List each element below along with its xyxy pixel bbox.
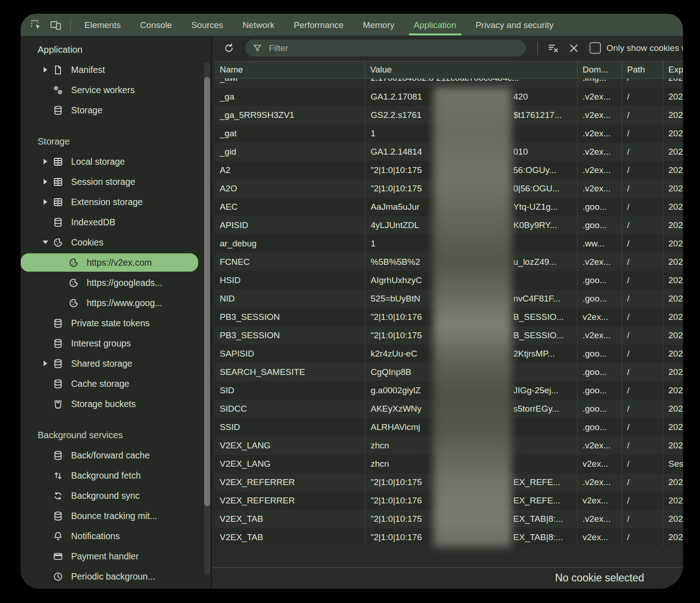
sidebar-item-payment-handler[interactable]: Payment handler	[21, 546, 211, 566]
clear-filter-icon[interactable]	[547, 42, 559, 54]
sidebar-item-cookies-google[interactable]: https://www.goog...	[21, 293, 211, 313]
cookie-domain-cell: .img...	[577, 78, 622, 87]
collapse-caret[interactable]	[38, 240, 53, 244]
cookie-expires-cell: 202	[663, 436, 683, 455]
cookie-expires-cell: 202	[663, 308, 683, 326]
tab-memory[interactable]: Memory	[353, 14, 404, 36]
cookie-path-cell: /	[622, 234, 663, 253]
sidebar-item-private-state-tokens[interactable]: Private state tokens	[21, 313, 211, 333]
tab-privacy-and-security[interactable]: Privacy and security	[466, 14, 563, 36]
cookie-preview-footer: No cookie selected	[212, 567, 683, 589]
cookie-path-cell: /	[622, 363, 663, 381]
sidebar-item-periodic-background-sync[interactable]: Periodic backgroun...	[21, 566, 211, 586]
sidebar-item-storage-buckets[interactable]: Storage buckets	[21, 394, 211, 414]
sidebar-item-session-storage[interactable]: Session storage	[21, 172, 211, 192]
cookie-value-end: 56:OGUy...	[513, 161, 556, 179]
sidebar-item-local-storage[interactable]: Local storage	[21, 151, 211, 172]
sidebar-item-bounce-tracking[interactable]: Bounce tracking mit...	[21, 506, 211, 526]
tab-console[interactable]: Console	[130, 14, 182, 36]
expand-caret[interactable]	[38, 361, 53, 366]
cookie-expires-cell: 202	[663, 363, 683, 381]
sidebar-item-back-forward-cache[interactable]: Back/forward cache	[21, 445, 211, 465]
sidebar-item-indexeddb[interactable]: IndexedDB	[21, 212, 211, 232]
cookie-path-cell: /	[622, 418, 663, 436]
table-row[interactable]: _awl 2.1700184002.8 212c0ac700c04b4c... …	[215, 78, 683, 87]
cookie-expires-cell: 202	[663, 161, 683, 179]
sidebar-item-interest-groups[interactable]: Interest groups	[21, 333, 211, 353]
cookie-value-start: CgQInp8B	[371, 367, 411, 377]
cookie-value-start: "2|1:0|10:175	[371, 165, 422, 175]
cookie-domain-cell: .goo...	[577, 345, 622, 363]
sidebar-item-notifications[interactable]: Notifications	[21, 526, 211, 546]
cookie-name-cell: A2O	[215, 179, 365, 198]
tab-network[interactable]: Network	[233, 14, 284, 36]
expand-caret[interactable]	[38, 67, 53, 73]
inspect-element-icon[interactable]	[30, 19, 42, 31]
column-header-name[interactable]: Name	[215, 61, 365, 78]
tab-performance[interactable]: Performance	[284, 14, 353, 36]
tab-elements[interactable]: Elements	[75, 14, 130, 36]
cookie-expires-cell: 202	[663, 106, 683, 124]
sidebar-item-cookies-googleads[interactable]: https://googleads...	[21, 273, 211, 293]
cookie-domain-cell: .goo...	[577, 363, 622, 381]
cookie-value-end: 2KtjrsMP...	[513, 345, 555, 363]
sidebar-scrollbar-thumb[interactable]	[204, 77, 210, 506]
devtools-window: Elements Console Sources Network Perform…	[21, 14, 683, 589]
sidebar-item-cache-storage[interactable]: Cache storage	[21, 374, 211, 394]
cookie-domain-cell: .v2ex...	[577, 436, 622, 455]
expand-caret[interactable]	[38, 179, 53, 184]
sidebar-item-background-fetch[interactable]: Background fetch	[21, 465, 211, 486]
table-grid-icon	[53, 156, 63, 167]
refresh-icon[interactable]	[223, 42, 235, 54]
table-grid-icon	[53, 197, 63, 207]
filter-box[interactable]	[245, 39, 526, 56]
cookie-value-cell: 2.1700184002.8 212c0ac700c04b4c...	[365, 78, 577, 87]
cookie-path-cell: /	[622, 491, 663, 510]
cookie-path-cell: /	[622, 400, 663, 418]
column-header-domain[interactable]: Dom...	[577, 61, 622, 78]
expand-caret[interactable]	[38, 199, 53, 205]
cookie-domain-cell: .v2ex...	[577, 253, 622, 271]
filter-input[interactable]	[268, 43, 508, 54]
sidebar-item-service-workers[interactable]: Service workers	[21, 80, 211, 100]
sidebar-item-manifest[interactable]: Manifest	[21, 60, 211, 80]
sidebar-item-shared-storage[interactable]: Shared storage	[21, 353, 211, 374]
cookie-expires-cell: 202	[663, 400, 683, 418]
cookie-path-cell: /	[622, 143, 663, 161]
cookie-domain-cell: .v2ex...	[577, 88, 622, 106]
database-icon	[53, 318, 63, 329]
cookie-value-start: "2|1:0|10:175	[371, 184, 422, 193]
sidebar-item-storage[interactable]: Storage	[21, 100, 211, 120]
sidebar-item-cookies-v2ex[interactable]: https://v2ex.com	[21, 253, 198, 272]
only-show-issue-checkbox[interactable]	[589, 42, 601, 54]
expand-caret[interactable]	[38, 159, 53, 164]
cookie-name-cell: PB3_SESSION	[215, 308, 365, 326]
delete-all-cookies-icon[interactable]	[568, 43, 579, 54]
devtools-tabbar: Elements Console Sources Network Perform…	[21, 14, 683, 36]
cookie-icon	[53, 237, 63, 248]
only-show-issue-label: Only show cookies with an issue	[606, 43, 683, 53]
column-header-path[interactable]: Path	[622, 61, 663, 78]
cookie-name-cell: APISID	[215, 216, 365, 234]
tab-application[interactable]: Application	[404, 14, 466, 36]
application-sidebar: Application Manifest Service workers Sto…	[21, 36, 211, 589]
cookie-name-cell: SSID	[215, 418, 365, 436]
column-header-expires[interactable]: Exp...	[663, 61, 683, 78]
sidebar-item-background-sync[interactable]: Background sync	[21, 486, 211, 506]
tab-sources[interactable]: Sources	[182, 14, 233, 36]
cookie-value-end: JIGg-25ej...	[513, 381, 558, 400]
cookie-expires-cell: 202	[663, 216, 683, 234]
device-toolbar-icon[interactable]	[50, 19, 62, 31]
column-header-value[interactable]: Value	[365, 61, 577, 78]
cookie-domain-cell: v2ex...	[577, 491, 622, 510]
sync-arrows-icon	[53, 491, 63, 501]
cookie-value-start: GA1.2.17081	[371, 92, 422, 101]
payment-card-icon	[53, 551, 63, 562]
cookie-icon	[68, 257, 79, 268]
cookie-name-cell: _gid	[215, 143, 365, 161]
sidebar-item-extension-storage[interactable]: Extension storage	[21, 192, 211, 212]
cookie-path-cell: /	[622, 253, 663, 271]
sidebar-item-cookies[interactable]: Cookies	[21, 232, 211, 252]
redaction-blur-overlay	[433, 87, 511, 547]
cookie-path-cell: /	[622, 345, 663, 363]
